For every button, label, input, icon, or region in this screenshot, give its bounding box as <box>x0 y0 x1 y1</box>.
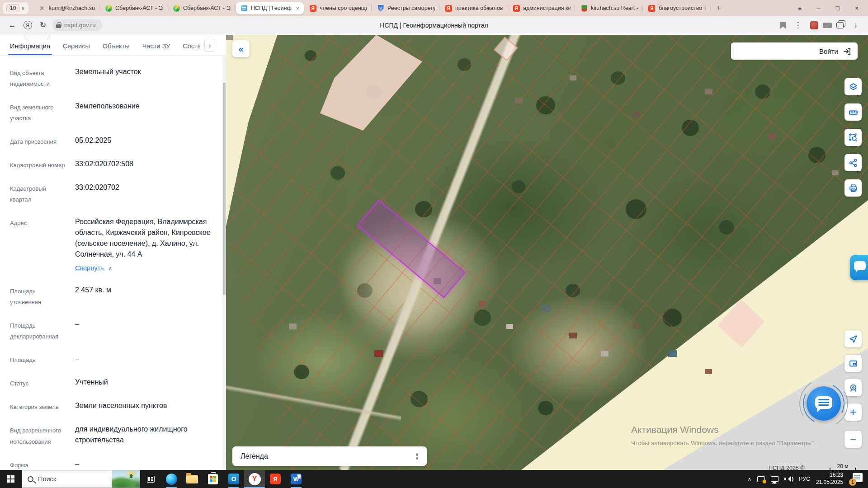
panel-scrollbar[interactable] <box>222 56 226 470</box>
field-row: Кадастровый номер33:02:020702:508 <box>10 159 212 171</box>
tab-sberbank-ast-1[interactable]: ✓ Сбербанк-АСТ - Эл <box>100 2 167 14</box>
support-chat-widget[interactable] <box>850 255 868 280</box>
bookmark-icon[interactable] <box>780 22 786 29</box>
tab-kumi[interactable]: ✕ kumi@kirzhach.su <box>34 2 99 14</box>
tab-objects[interactable]: Объекты <box>103 42 130 55</box>
yandex-icon: Я <box>445 5 452 12</box>
network-icon[interactable] <box>771 476 778 482</box>
overview-map-button[interactable] <box>844 355 862 372</box>
yandex-icon: Я <box>648 5 655 12</box>
browser-tab-strip: 10 ∨ ✕ kumi@kirzhach.su ✓ Сбербанк-АСТ -… <box>0 0 868 16</box>
select-area-icon <box>849 133 858 142</box>
sberbank-check-icon: ✓ <box>173 5 180 12</box>
legend-title: Легенда <box>241 452 268 460</box>
outlook-icon: O <box>228 474 239 484</box>
collapse-panel-button[interactable]: « <box>232 40 250 57</box>
extension-icon[interactable] <box>823 23 832 28</box>
new-tab-button[interactable]: + <box>712 2 725 14</box>
browser-menu-button[interactable]: ≡ <box>791 1 808 15</box>
maximize-button[interactable]: □ <box>829 1 846 15</box>
scrollbar-thumb[interactable] <box>223 83 226 295</box>
map-viewport[interactable]: « Войти <box>226 35 868 470</box>
tab-information[interactable]: Информация <box>10 42 50 55</box>
chat-button[interactable] <box>807 386 841 421</box>
taskbar-edge[interactable] <box>161 470 182 488</box>
search-icon <box>28 476 33 482</box>
downloads-icon[interactable]: ↓ <box>848 19 863 32</box>
tab-improvement[interactable]: Я благоустройство т <box>644 2 711 14</box>
caret-up-icon[interactable]: ∧ <box>108 264 113 272</box>
measure-button[interactable] <box>844 103 862 121</box>
url-field[interactable]: nspd.gov.ru <box>52 19 102 31</box>
yandex-protect-icon: Я <box>24 21 32 29</box>
field-row: Вид земельного участкаЗемлепользование <box>10 101 212 124</box>
tab-nspd-active[interactable]: НСПД | Геоинфо × <box>236 2 304 14</box>
tab-practice[interactable]: Я практика обжалов <box>440 2 507 14</box>
taskbar-yandex-browser[interactable]: Y <box>244 470 265 488</box>
minimize-button[interactable]: – <box>810 1 827 15</box>
volume-icon[interactable] <box>784 476 793 483</box>
taskbar-outlook[interactable]: O <box>223 470 244 488</box>
notification-center-button[interactable]: 1 <box>849 473 863 485</box>
area-select-button[interactable] <box>844 129 862 146</box>
object-fields: Вид объекта недвижимостиЗемельный участо… <box>0 56 226 470</box>
date: 21.05.2025 <box>816 479 843 486</box>
panel-tabs: Информация Сервисы Объекты Части ЗУ Сост… <box>0 35 226 56</box>
print-button[interactable] <box>844 179 862 197</box>
hidden-icons-chevron[interactable]: ∧ <box>748 476 751 482</box>
crest-icon <box>581 5 587 12</box>
start-button[interactable] <box>0 470 22 488</box>
tab-kirzhach[interactable]: kirzhach.su Reart - <box>576 2 643 14</box>
my-location-button[interactable] <box>844 330 862 347</box>
login-button[interactable]: Войти <box>731 42 858 60</box>
tab-administration[interactable]: Я администрация ки <box>508 2 575 14</box>
zoom-out-button[interactable]: − <box>844 431 862 448</box>
layers-button[interactable] <box>844 78 862 95</box>
browser-window: 10 ∨ ✕ kumi@kirzhach.su ✓ Сбербанк-АСТ -… <box>0 0 868 488</box>
yandex-icon: Я <box>513 5 520 12</box>
taskbar-yandex[interactable]: Я <box>265 470 286 488</box>
collapse-link[interactable]: Свернуть <box>75 263 104 273</box>
windows-taskbar: Поиск O Y Я W ∧ РУС 16:23 21.05.2025 1 <box>0 470 868 488</box>
folder-icon <box>186 475 198 483</box>
tab-registries[interactable]: V Реестры саморегу <box>373 2 439 14</box>
task-view-button[interactable] <box>140 470 161 488</box>
search-on-map-button[interactable] <box>844 379 862 396</box>
edge-icon <box>166 474 177 485</box>
close-window-button[interactable]: × <box>848 1 865 15</box>
taskbar-file-explorer[interactable] <box>182 470 203 488</box>
extension-icon[interactable] <box>810 21 818 29</box>
tab-groups-icon[interactable] <box>836 22 844 28</box>
reload-button[interactable]: ↻ <box>35 19 51 32</box>
tab-services[interactable]: Сервисы <box>63 42 90 55</box>
close-tab-icon[interactable]: × <box>295 5 299 12</box>
store-icon <box>208 474 218 484</box>
taskbar-store[interactable] <box>203 470 223 488</box>
tab-parts-zu[interactable]: Части ЗУ <box>142 42 170 55</box>
login-icon <box>843 47 851 56</box>
object-info-panel: Информация Сервисы Объекты Части ЗУ Сост… <box>0 35 226 470</box>
ruler-icon <box>849 108 858 117</box>
yandex-icon: Я <box>310 5 316 12</box>
field-row: СтатусУчтенный <box>10 377 212 389</box>
legend-expand-icon[interactable]: ∧∨ <box>415 453 419 460</box>
taskbar-search-box[interactable]: Поиск <box>22 470 140 488</box>
field-row: Форма собственности– <box>10 459 212 470</box>
cast-screen-icon[interactable] <box>757 476 765 482</box>
tabs-scroll-right-button[interactable]: › <box>204 39 215 52</box>
more-options-icon[interactable]: ⋮ <box>790 19 806 32</box>
back-button[interactable]: ← <box>5 19 20 32</box>
tab-sro-members[interactable]: Я члены сро оценщи <box>305 2 372 14</box>
field-row: Площадь декларированная– <box>10 319 212 342</box>
map-attribution: НСПД 2025 © <box>769 465 804 470</box>
taskbar-clock[interactable]: 16:23 21.05.2025 <box>816 472 843 486</box>
buildings <box>226 35 233 40</box>
tab-counter[interactable]: 10 ∨ <box>3 2 28 14</box>
language-indicator[interactable]: РУС <box>799 476 810 482</box>
tab-sberbank-ast-2[interactable]: ✓ Сбербанк-АСТ - Эл <box>168 2 235 14</box>
legend-bar[interactable]: Легенда ∧∨ <box>232 446 427 466</box>
taskbar-word[interactable]: W <box>286 470 307 488</box>
share-button[interactable] <box>844 154 862 171</box>
tab-count: 10 <box>6 4 19 12</box>
tab-composition[interactable]: Состав <box>183 42 200 55</box>
